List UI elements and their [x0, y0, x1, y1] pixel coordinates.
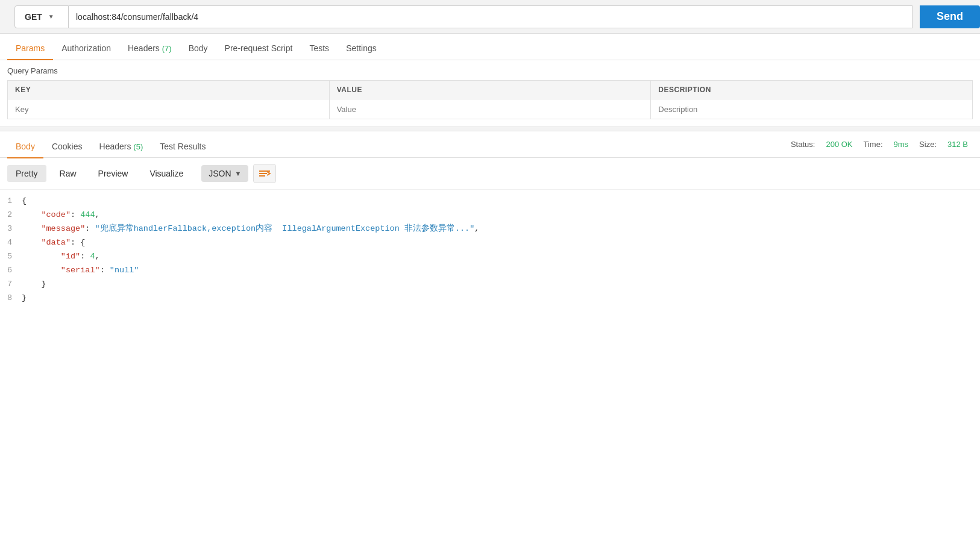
json-line-6: "serial": "null" — [22, 264, 980, 278]
param-value-input[interactable] — [337, 105, 644, 114]
response-tab-group: Body Cookies Headers (5) Test Results — [7, 131, 791, 158]
format-select-dropdown[interactable]: JSON ▼ — [201, 165, 248, 182]
tab-params[interactable]: Params — [7, 37, 53, 60]
json-line-1: { — [22, 195, 980, 208]
wrap-button[interactable] — [253, 164, 276, 183]
param-key-input[interactable] — [15, 105, 322, 114]
url-input[interactable] — [69, 5, 912, 28]
size-label: Size: — [919, 140, 937, 149]
col-key: KEY — [8, 81, 330, 99]
table-row — [8, 99, 973, 119]
tab-response-body[interactable]: Body — [7, 136, 43, 158]
tab-body[interactable]: Body — [180, 37, 216, 60]
params-table: KEY VALUE DESCRIPTION — [7, 80, 973, 119]
query-params-label: Query Params — [7, 66, 973, 75]
top-bar: GET ▼ Send — [0, 0, 980, 34]
param-description-input[interactable] — [658, 105, 965, 114]
size-value: 312 B — [947, 140, 968, 149]
time-value: 9ms — [894, 140, 909, 149]
format-tab-visualize[interactable]: Visualize — [141, 165, 192, 182]
tab-test-results[interactable]: Test Results — [151, 136, 214, 158]
json-line-5: "id": 4, — [22, 250, 980, 264]
tab-tests[interactable]: Tests — [301, 37, 338, 60]
col-description: DESCRIPTION — [651, 81, 973, 99]
tab-settings[interactable]: Settings — [338, 37, 385, 60]
body-format-bar: Pretty Raw Preview Visualize JSON ▼ — [0, 158, 980, 190]
json-line-8: } — [22, 292, 980, 305]
response-status: Status: 200 OK Time: 9ms Size: 312 B — [791, 140, 973, 149]
method-dropdown[interactable]: GET ▼ — [14, 5, 69, 28]
url-bar: GET ▼ — [7, 5, 912, 28]
tab-authorization[interactable]: Authorization — [53, 37, 119, 60]
json-viewer: 1 2 3 4 5 6 7 8 { "code": 444, "message"… — [0, 190, 980, 310]
format-tab-raw[interactable]: Raw — [51, 165, 85, 182]
tab-pre-request[interactable]: Pre-request Script — [216, 37, 301, 60]
method-label: GET — [25, 12, 42, 22]
tab-response-cookies[interactable]: Cookies — [43, 136, 91, 158]
wrap-icon — [259, 169, 271, 178]
json-content: { "code": 444, "message": "兜底异常handlerFa… — [22, 195, 980, 305]
json-line-7: } — [22, 278, 980, 292]
col-value: VALUE — [329, 81, 651, 99]
status-value: 200 OK — [826, 140, 852, 149]
query-params-section: Query Params KEY VALUE DESCRIPTION — [0, 60, 980, 119]
time-label: Time: — [864, 140, 883, 149]
format-tab-pretty[interactable]: Pretty — [7, 165, 46, 182]
status-label: Status: — [791, 140, 815, 149]
line-numbers: 1 2 3 4 5 6 7 8 — [0, 195, 22, 305]
json-line-3: "message": "兜底异常handlerFallback,exceptio… — [22, 222, 980, 236]
tab-response-headers[interactable]: Headers (5) — [91, 136, 152, 158]
send-button[interactable]: Send — [920, 5, 980, 28]
response-tabs: Body Cookies Headers (5) Test Results St… — [0, 131, 980, 158]
method-chevron-icon: ▼ — [48, 13, 54, 20]
json-line-4: "data": { — [22, 236, 980, 250]
format-select-chevron-icon: ▼ — [235, 170, 242, 177]
format-select-label: JSON — [209, 169, 231, 178]
format-tab-preview[interactable]: Preview — [90, 165, 137, 182]
json-line-2: "code": 444, — [22, 208, 980, 222]
request-tabs: Params Authorization Headers (7) Body Pr… — [0, 34, 980, 60]
tab-headers[interactable]: Headers (7) — [119, 37, 180, 60]
